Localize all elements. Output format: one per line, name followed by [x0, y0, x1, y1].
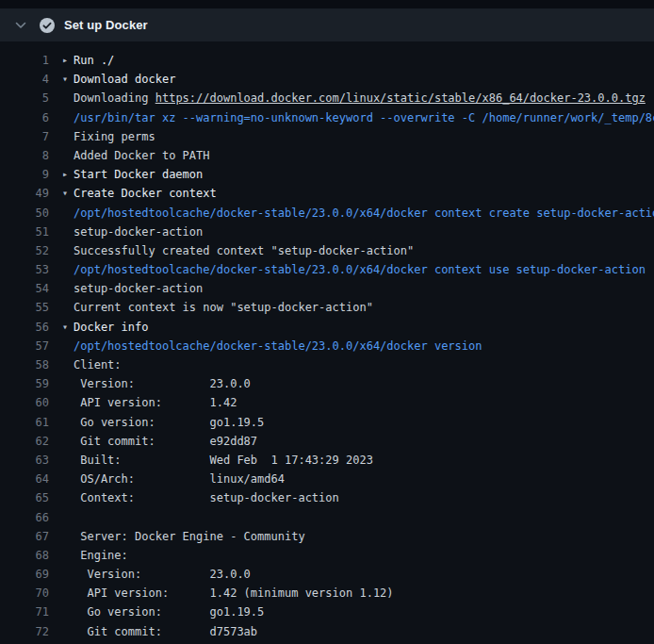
line-number[interactable]: 5 — [0, 89, 49, 107]
line-number[interactable]: 60 — [0, 393, 49, 412]
line-number[interactable]: 58 — [0, 355, 49, 374]
log-group-line[interactable]: 56▾Docker info — [0, 318, 654, 337]
line-number[interactable]: 8 — [0, 146, 49, 165]
log-line: 60 API version: 1.42 — [0, 393, 654, 412]
line-number[interactable]: 63 — [0, 451, 49, 470]
log-group-line[interactable]: 9▸Start Docker daemon — [0, 165, 654, 184]
line-number[interactable]: 51 — [0, 223, 49, 241]
line-number[interactable]: 55 — [0, 298, 49, 317]
indent-spacer — [62, 622, 74, 641]
log-text: Client: — [74, 355, 122, 374]
disclosure-collapsed-icon[interactable]: ▸ — [62, 51, 74, 70]
indent-spacer — [62, 279, 74, 298]
log-line: 65 Context: setup-docker-action — [0, 488, 654, 507]
indent-spacer — [62, 546, 74, 565]
line-number[interactable]: 1 — [0, 51, 49, 70]
indent-spacer — [62, 127, 74, 146]
log-plain-text: Current context is now "setup-docker-act… — [74, 301, 373, 314]
log-plain-text: Go version: go1.19.5 — [74, 416, 264, 429]
disclosure-expanded-icon[interactable]: ▾ — [62, 318, 74, 337]
line-number[interactable]: 67 — [0, 527, 49, 546]
indent-spacer — [62, 393, 74, 412]
log-plain-text: Version: 23.0.0 — [74, 377, 251, 390]
log-text: /usr/bin/tar xz --warning=no-unknown-key… — [74, 108, 654, 127]
log-text: Git commit: e92dd87 — [74, 432, 257, 451]
log-line: 6/usr/bin/tar xz --warning=no-unknown-ke… — [0, 108, 654, 127]
log-line: 58Client: — [0, 355, 654, 374]
log-text: /opt/hostedtoolcache/docker-stable/23.0.… — [74, 260, 646, 279]
log-text: Git commit: d7573ab — [74, 622, 257, 641]
line-number[interactable]: 9 — [0, 165, 49, 184]
log-group-line[interactable]: 4▾Download docker — [0, 70, 654, 89]
indent-spacer — [62, 603, 74, 621]
line-number[interactable]: 59 — [0, 374, 49, 393]
line-number[interactable]: 72 — [0, 622, 49, 641]
line-number[interactable]: 6 — [0, 108, 49, 127]
log-plain-text: setup-docker-action — [74, 225, 203, 239]
log-text: Docker info — [74, 318, 148, 337]
log-plain-text: Start Docker daemon — [74, 168, 203, 181]
log-text: Engine: — [74, 546, 128, 565]
indent-spacer — [62, 355, 74, 374]
indent-spacer — [62, 260, 74, 279]
indent-spacer — [62, 527, 74, 546]
line-number[interactable]: 57 — [0, 337, 49, 355]
indent-spacer — [62, 337, 74, 355]
line-number[interactable]: 53 — [0, 260, 49, 279]
log-plain-text: Server: Docker Engine - Community — [74, 530, 305, 543]
log-line: 64 OS/Arch: linux/amd64 — [0, 470, 654, 488]
indent-spacer — [62, 298, 74, 317]
line-number[interactable]: 68 — [0, 546, 49, 565]
log-plain-text: Added Docker to PATH — [74, 149, 210, 162]
line-number[interactable]: 4 — [0, 70, 49, 89]
log-line: 71 Go version: go1.19.5 — [0, 603, 654, 621]
indent-spacer — [62, 565, 74, 584]
disclosure-expanded-icon[interactable]: ▾ — [62, 70, 74, 89]
log-plain-text: Docker info — [74, 321, 148, 334]
log-group-line[interactable]: 1▸Run ./ — [0, 51, 654, 70]
indent-spacer — [62, 374, 74, 393]
line-number[interactable]: 70 — [0, 584, 49, 603]
log-text: Create Docker context — [74, 184, 217, 203]
line-number[interactable]: 54 — [0, 279, 49, 298]
log-text: Built: Wed Feb 1 17:43:29 2023 — [74, 451, 373, 470]
line-number[interactable]: 56 — [0, 318, 49, 337]
log-command-text: /opt/hostedtoolcache/docker-stable/23.0.… — [74, 206, 654, 220]
log-plain-text: Run ./ — [74, 54, 114, 67]
log-text: Version: 23.0.0 — [74, 565, 251, 584]
line-number[interactable]: 66 — [0, 508, 49, 527]
line-number[interactable]: 62 — [0, 432, 49, 451]
log-line: 8Added Docker to PATH — [0, 146, 654, 165]
log-line: 69 Version: 23.0.0 — [0, 565, 654, 584]
log-text: OS/Arch: linux/amd64 — [74, 470, 285, 488]
log-group-line[interactable]: 49▾Create Docker context — [0, 184, 654, 203]
disclosure-expanded-icon[interactable]: ▾ — [62, 184, 74, 203]
disclosure-collapsed-icon[interactable]: ▸ — [62, 165, 74, 184]
log-text: Go version: go1.19.5 — [74, 603, 264, 621]
log-line: 67 Server: Docker Engine - Community — [0, 527, 654, 546]
line-number[interactable]: 61 — [0, 413, 49, 432]
line-number[interactable]: 7 — [0, 127, 49, 146]
step-header[interactable]: Set up Docker — [0, 8, 654, 41]
log-container[interactable]: 1▸Run ./4▾Download docker5Downloading ht… — [0, 41, 654, 644]
line-number[interactable]: 65 — [0, 488, 49, 507]
line-number[interactable]: 52 — [0, 241, 49, 260]
log-text: Context: setup-docker-action — [74, 488, 339, 507]
indent-spacer — [62, 241, 74, 260]
indent-spacer — [62, 470, 74, 488]
line-number[interactable]: 64 — [0, 470, 49, 488]
indent-spacer — [62, 488, 74, 507]
log-line: 52Successfully created context "setup-do… — [0, 241, 654, 260]
indent-spacer — [62, 451, 74, 470]
line-number[interactable]: 50 — [0, 204, 49, 223]
log-plain-text: Engine: — [74, 549, 128, 562]
indent-spacer — [62, 508, 74, 527]
chevron-down-icon[interactable] — [15, 20, 26, 31]
log-text: /opt/hostedtoolcache/docker-stable/23.0.… — [74, 204, 654, 223]
line-number[interactable]: 69 — [0, 565, 49, 584]
log-link[interactable]: https://download.docker.com/linux/static… — [155, 91, 646, 105]
line-number[interactable]: 71 — [0, 603, 49, 621]
log-plain-text: Version: 23.0.0 — [74, 568, 251, 581]
log-plain-text: Create Docker context — [74, 187, 217, 200]
line-number[interactable]: 49 — [0, 184, 49, 203]
